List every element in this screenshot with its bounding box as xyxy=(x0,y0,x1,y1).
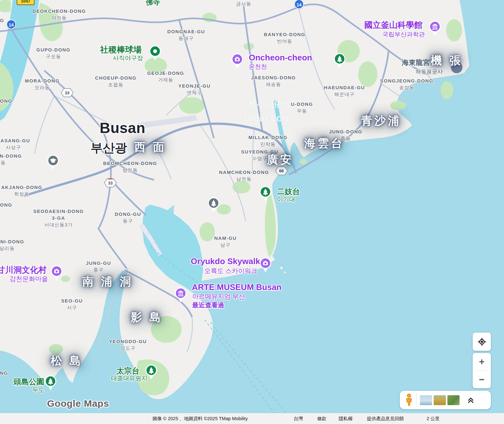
museum-pin-arte[interactable] xyxy=(174,287,187,304)
poi-science-museum-ko: 국립부산과학관 xyxy=(382,30,425,39)
district-deokcheon: DEOKCHEON-DONG덕천동 xyxy=(32,8,86,21)
district-seo-gu: SEO-GU서구 xyxy=(61,297,83,311)
district-choeup: CHOEUP-DONG초읍동 xyxy=(95,75,137,88)
poi-arte-museum[interactable]: ARTE MUSEUM Busan xyxy=(192,282,281,292)
district-gupo: GUPO-DONG구포동 xyxy=(36,46,71,60)
imagery-thumbnail-3[interactable] xyxy=(447,395,460,405)
district-songjeong: SONGJEONG-DONG송정동 xyxy=(380,77,433,91)
zoom-control: + − xyxy=(473,353,491,388)
attribution-text: 圖像 © 2025 、地圖資料 ©2025 TMap Mobility xyxy=(153,413,248,424)
oryukdo-islet-2 xyxy=(284,271,286,273)
district-dong-gu: DONG-GU동구 xyxy=(115,211,141,224)
collapse-chevron-icon[interactable] xyxy=(467,396,475,404)
camera-pin-oncheon[interactable] xyxy=(231,53,244,70)
district-namcheon: NAMCHEON-DONG남천동 xyxy=(219,169,269,182)
my-location-icon xyxy=(478,338,486,346)
imagery-thumbnail-1[interactable] xyxy=(420,395,432,405)
zoom-in-button[interactable]: + xyxy=(473,353,491,371)
poi-yonggungsa[interactable]: 海東龍宮 xyxy=(402,58,430,67)
route-badge-33-a: 33 xyxy=(61,88,74,98)
district-geumsa: 금사동 xyxy=(236,0,251,7)
route-badge-1047: 1047 xyxy=(17,0,35,5)
map-attribution-bar: 圖像 © 2025 、地圖資料 ©2025 TMap Mobility 台灣 條… xyxy=(0,413,504,424)
district-haeundae: HAEUNDAE-GU해운대구 xyxy=(324,84,365,98)
district-akjang: AKJANG-DONG학장동 xyxy=(1,184,43,197)
poi-temple[interactable]: 佛寺 xyxy=(146,0,160,7)
map-canvas[interactable]: 蔡小妞依玲 tsnio.com Busan 부산광 DEOKCHEON-DONG… xyxy=(0,0,504,413)
district-mora: MORA-DONG모라동 xyxy=(25,77,59,91)
overlay-gijang: 機 張 xyxy=(431,53,463,68)
district-partial-4: NG xyxy=(0,370,8,376)
svg-text:33: 33 xyxy=(65,90,69,95)
overlay-songdo: 松 島 xyxy=(51,353,83,368)
camera-pin-oryukdo[interactable] xyxy=(259,257,272,274)
zoom-out-button[interactable]: − xyxy=(473,371,491,389)
district-jaesong: JAESONG-DONG재송동 xyxy=(251,74,296,88)
route-badge-66: 66 xyxy=(275,166,288,177)
poi-dudo-park[interactable]: 頭島公園 xyxy=(13,377,44,387)
poi-oryukdo-ko: 오륙도 스카이워크 xyxy=(204,267,257,275)
scale-label: 2 公里 xyxy=(427,413,440,424)
city-label-ko: 부산광 xyxy=(91,140,127,156)
imagery-thumbnail-2[interactable] xyxy=(434,395,446,405)
svg-text:33: 33 xyxy=(108,181,113,185)
poi-oryukdo[interactable]: Oryukdo Skywalk xyxy=(191,256,260,266)
overlay-yeongdo: 影 島 xyxy=(131,310,163,325)
overlay-gwangan: 廣安 xyxy=(267,152,294,167)
district-u-dong: U-DONG우동 xyxy=(291,101,313,114)
feedback-link[interactable]: 提供產品意見回饋 xyxy=(367,413,404,424)
city-label-en: Busan xyxy=(99,119,145,137)
stadium-pin[interactable] xyxy=(149,45,161,62)
poi-science-museum[interactable]: 國立釜山科學館 xyxy=(364,20,422,31)
poi-arte-museum-note: 最近查看過 xyxy=(192,301,224,310)
district-dongnae: DONGNAE-GU동래구 xyxy=(167,28,205,42)
district-geoje: GEOJE-DONG거제동 xyxy=(147,70,184,83)
tree-pin-taejongdae[interactable] xyxy=(145,364,158,381)
district-banyeo: BANYEO-DONG반여동 xyxy=(264,31,305,44)
district-on-dong: ON-DONG천동 xyxy=(0,153,22,166)
region-label: 台灣 xyxy=(294,413,303,424)
route-badge-14-west: 14 xyxy=(6,20,16,29)
overlay-cheongsapo: 青沙浦 xyxy=(361,113,401,128)
tree-pin-igidae[interactable] xyxy=(259,186,272,202)
pegman-icon[interactable] xyxy=(404,394,414,406)
tree-pin-dudo[interactable] xyxy=(44,375,57,392)
district-sasang: SASANG-GU사상구 xyxy=(0,137,30,151)
district-dangni: GNI-DONG당리동 xyxy=(0,238,24,252)
poi-oncheon-ko: 온천천 xyxy=(249,63,267,71)
poi-sajik-stadium[interactable]: 社稷棒球場 xyxy=(100,44,142,55)
oryukdo-islet xyxy=(280,267,283,269)
district-yeonje: YEONJE-GU연제구 xyxy=(178,82,211,96)
watermark-line2: tsnio.com xyxy=(244,113,291,124)
tree-pin-haeundae[interactable] xyxy=(333,53,346,69)
svg-text:66: 66 xyxy=(279,169,284,173)
poi-oncheon[interactable]: Oncheon-cheon xyxy=(249,53,312,63)
terms-link[interactable]: 條款 xyxy=(317,413,327,424)
my-location-button[interactable] xyxy=(473,333,491,351)
poi-sajik-stadium-ko: 사직야구장 xyxy=(113,54,143,62)
district-partial-3: G xyxy=(0,17,4,24)
district-yeongdo: YEONGDO-GU영도구 xyxy=(109,338,147,351)
district-jung-gu: JUNG-GU중구 xyxy=(86,260,111,273)
camera-pin-gamcheon[interactable] xyxy=(50,265,63,282)
privacy-link[interactable]: 隱私權 xyxy=(339,413,353,424)
overlay-nampo: 南 浦 洞 xyxy=(82,274,133,289)
google-maps-logo: Google Maps xyxy=(47,398,109,409)
district-seodaesin: SEODAESIN-DONG3-GA서대신동3가 xyxy=(33,208,84,228)
poi-gamcheon-ko: 감천문화마을 xyxy=(10,275,48,283)
district-millak: MILLAK-DONG민락동 xyxy=(248,134,287,147)
district-partial-1: ONG xyxy=(0,98,12,104)
poi-yonggungsa-ko: 해동용궁사 xyxy=(416,68,443,75)
route-badge-33-b: 33 xyxy=(104,178,117,189)
watermark-line1: 蔡小妞依玲 xyxy=(248,98,291,110)
poi-gamcheon[interactable]: 甘川洞文化村 xyxy=(0,264,47,276)
school-pin[interactable] xyxy=(47,154,59,171)
district-beomcheon: BEOMCHEON-DONG범천동 xyxy=(103,160,157,173)
overlay-haeundae: 海雲台 xyxy=(304,136,344,151)
tree-pin-gray[interactable] xyxy=(207,197,220,214)
museum-pin-science[interactable] xyxy=(429,20,441,37)
poi-dudo-park-ko: 두도 xyxy=(32,386,44,394)
district-nam-gu: NAM-GU남구 xyxy=(214,235,237,248)
overlay-seomyeon: 西 面 xyxy=(134,140,167,155)
pegman-divider xyxy=(416,393,417,407)
